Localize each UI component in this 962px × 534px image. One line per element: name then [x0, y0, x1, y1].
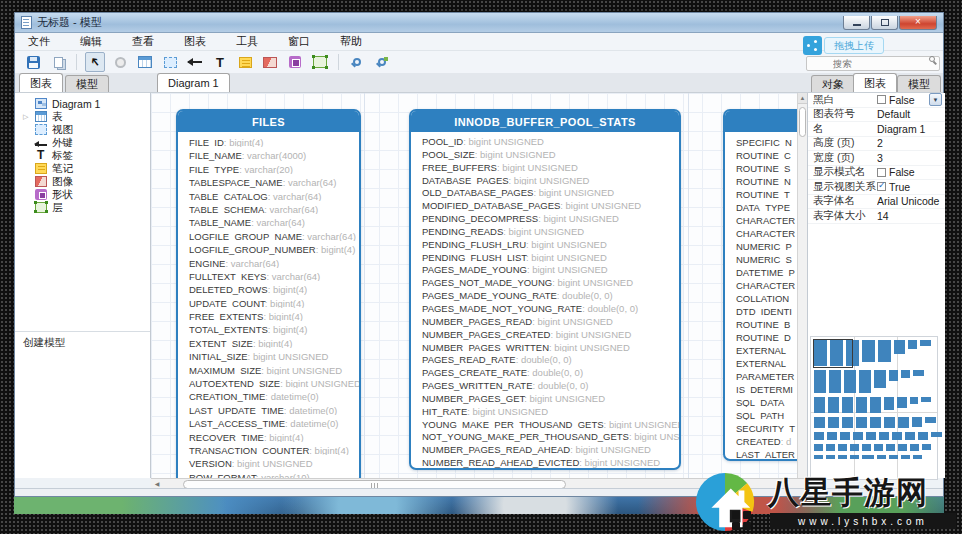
property-row[interactable]: 名Diagram 1: [808, 122, 945, 137]
note-icon[interactable]: [235, 52, 255, 72]
view-icon[interactable]: [160, 52, 180, 72]
label-icon[interactable]: T: [210, 52, 230, 72]
property-row[interactable]: 表字体名Arial Unicode MS: [808, 195, 945, 210]
expander-icon[interactable]: ▷: [23, 113, 28, 121]
table-title[interactable]: [725, 111, 807, 132]
tree-item[interactable]: 图像: [21, 175, 150, 188]
panel-tab-object[interactable]: 对象: [811, 75, 855, 92]
property-label: 显示模式名: [813, 165, 877, 179]
checkbox-icon[interactable]: [877, 168, 886, 177]
table-column-row: SQL_PATH: [725, 407, 807, 420]
property-value-text: 14: [877, 210, 889, 222]
column-type: : double(0, 0): [527, 367, 583, 378]
canvas-tab-diagram1[interactable]: Diagram 1: [157, 73, 230, 92]
table-icon[interactable]: [135, 52, 155, 72]
panel-tab-diagram[interactable]: 图表: [853, 73, 897, 92]
minimap-table-rect: [842, 397, 853, 413]
menu-item[interactable]: 查看: [129, 33, 157, 50]
circle-tool-icon[interactable]: [110, 52, 130, 72]
tree-item[interactable]: 视图: [21, 123, 150, 136]
minimap-table-rect: [814, 417, 825, 428]
minimap-table-rect: [910, 444, 919, 451]
property-row[interactable]: 图表符号Default: [808, 108, 945, 123]
find-diagram-icon[interactable]: [372, 52, 392, 72]
find-model-icon[interactable]: [347, 52, 367, 72]
table-title[interactable]: INNODB_BUFFER_POOL_STATS: [411, 111, 679, 132]
property-row[interactable]: 黑白False▼: [808, 93, 945, 108]
minimap[interactable]: [810, 336, 938, 480]
table-title[interactable]: FILES: [178, 111, 359, 132]
minimap-table-rect: [879, 432, 889, 440]
tree-item[interactable]: Diagram 1: [21, 97, 150, 110]
db-table-innodb-buffer-pool-stats[interactable]: INNODB_BUFFER_POOL_STATS POOL_ID: bigint…: [409, 109, 681, 470]
cursor-tool-icon[interactable]: ➔: [85, 52, 105, 72]
tree-item[interactable]: 标签: [21, 149, 150, 162]
minimap-viewport[interactable]: [813, 339, 853, 368]
table-column-row: NUMERIC_P: [725, 238, 807, 251]
menu-item[interactable]: 文件: [25, 33, 53, 50]
close-button[interactable]: ×: [899, 16, 937, 30]
column-type: : bigint UNSIGNED: [527, 264, 608, 275]
dropdown-button[interactable]: ▼: [929, 93, 942, 106]
column-name: PENDING_DECOMPRESS: [422, 213, 538, 224]
create-model-section[interactable]: 创建模型: [15, 331, 150, 350]
menu-item[interactable]: 窗口: [285, 33, 313, 50]
copy-icon[interactable]: [48, 52, 68, 72]
property-row[interactable]: 高度 (页)2: [808, 137, 945, 152]
checkbox-icon[interactable]: [877, 182, 886, 191]
save-icon[interactable]: [23, 52, 43, 72]
search-input[interactable]: [806, 56, 940, 71]
title-bar[interactable]: 无标题 - 模型 ×: [15, 13, 943, 33]
property-row[interactable]: 显示视图关系True: [808, 180, 945, 195]
column-type: : bigint UNSIGNED: [261, 365, 342, 375]
search-icon[interactable]: [929, 56, 935, 62]
table-column-row: ROUTINE_S: [725, 160, 807, 173]
table-column-row: DATABASE_PAGES: bigint UNSIGNED: [411, 173, 679, 186]
minimap-table-rect: [838, 444, 847, 451]
minimap-table-rect: [862, 455, 874, 459]
maximize-button[interactable]: [871, 16, 898, 30]
tree-item[interactable]: 层: [21, 201, 150, 214]
minimap-table-rect: [884, 417, 895, 428]
vertical-scroll-thumb[interactable]: [799, 107, 806, 137]
minimap-table-rect: [912, 417, 922, 427]
shape-icon[interactable]: [285, 52, 305, 72]
panel-tab-model[interactable]: 模型: [897, 75, 941, 92]
checkbox-icon[interactable]: [877, 95, 886, 104]
sidebar-tab-model[interactable]: 模型: [65, 75, 109, 92]
drag-upload-button[interactable]: 拖拽上传: [824, 37, 884, 54]
menu-item[interactable]: 编辑: [77, 33, 105, 50]
db-table-files[interactable]: FILES FILE_ID: bigint(4)FILE_NAME: varch…: [176, 109, 361, 478]
menu-item[interactable]: 图表: [181, 33, 209, 50]
image-icon[interactable]: [260, 52, 280, 72]
minimap-table-rect: [901, 370, 910, 378]
property-row[interactable]: 表字体大小14: [808, 209, 945, 224]
property-row[interactable]: 宽度 (页)3: [808, 151, 945, 166]
table-column-row: PARAMETER: [725, 368, 807, 381]
diagram-icon: [35, 98, 47, 109]
column-name: SPECIFIC_N: [736, 137, 792, 147]
vertical-scrollbar[interactable]: ▲: [797, 93, 807, 478]
diagram-canvas[interactable]: FILES FILE_ID: bigint(4)FILE_NAME: varch…: [151, 93, 807, 478]
minimize-button[interactable]: [843, 16, 870, 30]
table-column-row: DATA_TYPE: [725, 199, 807, 212]
tree-item[interactable]: 形状: [21, 188, 150, 201]
column-name: HIT_RATE: [422, 406, 467, 417]
column-name: TABLE_SCHEMA: [189, 204, 264, 214]
layer-icon[interactable]: [310, 52, 330, 72]
minimap-table-rect: [894, 340, 905, 354]
tree-item[interactable]: ▷表: [21, 110, 150, 123]
property-label: 表字体名: [813, 194, 877, 208]
scroll-up-icon[interactable]: ▲: [798, 93, 807, 104]
db-table-routines[interactable]: SPECIFIC_NROUTINE_CROUTINE_SROUTINE_NROU…: [723, 109, 807, 461]
menu-item[interactable]: 帮助: [337, 33, 365, 50]
tree-item-label: 视图: [52, 123, 73, 137]
property-row[interactable]: 显示模式名False: [808, 166, 945, 181]
column-type: : bigint UNSIGNED: [549, 342, 630, 353]
table-column-row: CHARACTER: [725, 225, 807, 238]
sidebar-tab-diagram[interactable]: 图表: [19, 73, 63, 92]
fk-icon[interactable]: [185, 52, 205, 72]
column-name: TRANSACTION_COUNTER: [189, 445, 309, 455]
menu-item[interactable]: 工具: [233, 33, 261, 50]
tree-item[interactable]: 笔记: [21, 162, 150, 175]
